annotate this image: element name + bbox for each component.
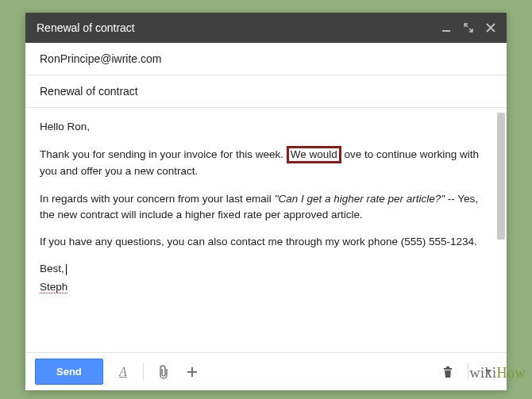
subject-value: Renewal of contract: [40, 85, 138, 98]
window-title: Renewal of contract: [37, 21, 441, 34]
window-controls: [441, 23, 495, 33]
insert-icon[interactable]: [183, 363, 201, 381]
quoted-text: "Can I get a higher rate per article?": [275, 193, 445, 205]
highlighted-text: We would: [287, 146, 341, 163]
text-cursor: [66, 264, 67, 275]
trash-icon[interactable]: [439, 363, 457, 381]
expand-icon[interactable]: [464, 23, 473, 33]
compose-window: Renewal of contract RonPrincipe@iwrite.c…: [25, 13, 507, 390]
subject-field[interactable]: Renewal of contract: [25, 75, 507, 108]
to-value: RonPrincipe@iwrite.com: [40, 52, 161, 65]
attach-icon[interactable]: [155, 363, 172, 381]
svg-rect-1: [444, 368, 452, 370]
watermark: wikiHow: [469, 365, 526, 382]
scrollbar[interactable]: [497, 113, 505, 240]
body-signoff: Best,: [40, 261, 492, 277]
body-paragraph-1: Thank you for sending in your invoice fo…: [40, 146, 492, 179]
format-icon[interactable]: A: [114, 363, 132, 381]
body-signature: Steph: [40, 279, 492, 295]
title-bar[interactable]: Renewal of contract: [25, 13, 507, 43]
body-paragraph-3: If you have any questions, you can also …: [40, 234, 492, 250]
svg-rect-2: [446, 366, 449, 368]
minimize-icon[interactable]: [441, 23, 451, 33]
close-icon[interactable]: [486, 23, 495, 33]
toolbar: Send A: [25, 352, 507, 390]
body-paragraph-2: In regards with your concern from your l…: [40, 191, 492, 224]
message-body[interactable]: Hello Ron, Thank you for sending in your…: [25, 108, 507, 352]
body-greeting: Hello Ron,: [40, 119, 492, 135]
send-button[interactable]: Send: [35, 359, 103, 385]
svg-rect-0: [442, 30, 450, 32]
separator: [468, 363, 468, 381]
to-field[interactable]: RonPrincipe@iwrite.com: [25, 43, 507, 75]
separator: [143, 363, 144, 381]
